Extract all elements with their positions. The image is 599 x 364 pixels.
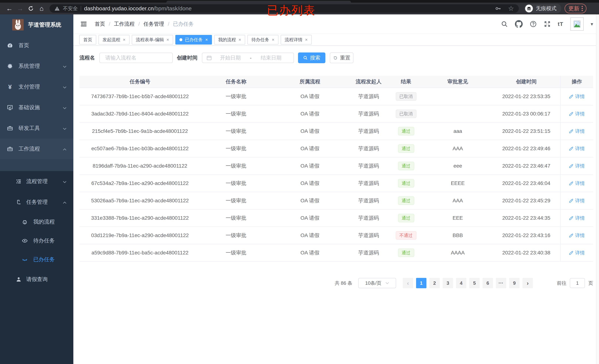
- page-size-select[interactable]: 10条/页: [358, 278, 396, 288]
- sidebar-item-infra[interactable]: 基础设施: [0, 97, 73, 118]
- table-row: ec507ae6-7b9a-11ec-b03b-acde48001122 一级审…: [79, 140, 593, 157]
- reload-button[interactable]: [26, 4, 36, 13]
- page-button-6[interactable]: 6: [483, 278, 493, 288]
- sidebar-item-task-mgmt[interactable]: 任务管理: [0, 192, 73, 213]
- detail-button[interactable]: 详情: [569, 197, 585, 204]
- sidebar-fold-icon[interactable]: [79, 20, 88, 28]
- eye-closed-icon: [22, 257, 28, 263]
- chevron-down-icon: [63, 125, 67, 131]
- cell-process: OA 请假: [272, 88, 348, 105]
- table-row: 3adac3d2-7b9d-11ec-8404-acde48001122 一级审…: [79, 105, 593, 123]
- app-logo[interactable]: 芋道管理系统: [0, 14, 73, 35]
- page-button-5[interactable]: 5: [469, 278, 480, 288]
- update-button[interactable]: 更新: [565, 4, 586, 13]
- page-button-9[interactable]: 9: [509, 278, 520, 288]
- cell-comment: aaa: [423, 123, 492, 140]
- close-icon[interactable]: ×: [305, 37, 308, 42]
- tab-my-process[interactable]: 我的流程×: [214, 35, 245, 44]
- sidebar-item-process-mgmt[interactable]: 流程管理: [0, 171, 73, 192]
- close-icon[interactable]: ×: [123, 37, 125, 42]
- detail-label: 详情: [575, 180, 585, 186]
- tab-process-detail[interactable]: 流程详情×: [281, 35, 312, 44]
- process-name-input[interactable]: [99, 53, 173, 63]
- sidebar-item-devtools[interactable]: 研发工具: [0, 118, 73, 139]
- sidebar-item-leave-query[interactable]: 请假查询: [0, 269, 73, 290]
- search-icon[interactable]: [501, 20, 508, 27]
- sidebar-item-payment[interactable]: ¥ 支付管理: [0, 77, 73, 97]
- font-size-icon[interactable]: tT: [558, 21, 563, 27]
- cell-starter: 芋道源码: [348, 192, 389, 209]
- tab-done-tasks[interactable]: 已办任务×: [175, 35, 212, 44]
- sidebar-item-todo-tasks[interactable]: 待办任务: [0, 231, 73, 250]
- sidebar-item-home[interactable]: 首页: [0, 35, 73, 56]
- detail-button[interactable]: 详情: [569, 128, 585, 134]
- sidebar-item-my-process[interactable]: 我的流程: [0, 213, 73, 231]
- breadcrumb-home[interactable]: 首页: [95, 20, 105, 27]
- date-range-picker[interactable]: 开始日期 - 结束日期: [202, 53, 294, 63]
- detail-button[interactable]: 详情: [569, 111, 585, 117]
- status-badge: 通过: [398, 144, 414, 153]
- status-badge: 通过: [398, 196, 414, 205]
- browser-menu-icon[interactable]: [582, 6, 583, 11]
- detail-button[interactable]: 详情: [569, 232, 585, 239]
- detail-button[interactable]: 详情: [569, 163, 585, 169]
- page-button-3[interactable]: 3: [443, 278, 453, 288]
- start-date-placeholder[interactable]: 开始日期: [212, 54, 249, 61]
- sidebar-item-system[interactable]: 系统管理: [0, 56, 73, 77]
- browser-active-tab[interactable]: [166, 1, 351, 3]
- help-icon[interactable]: [530, 20, 537, 27]
- close-icon[interactable]: ×: [238, 37, 241, 42]
- refresh-icon: [333, 55, 338, 60]
- tab-start-process[interactable]: 发起流程×: [98, 35, 130, 44]
- detail-button[interactable]: 详情: [569, 180, 585, 186]
- avatar-caret-icon[interactable]: ▾: [591, 21, 593, 27]
- page-button-1[interactable]: 1: [416, 278, 426, 288]
- fullscreen-icon[interactable]: [544, 20, 551, 27]
- tab-home[interactable]: 首页: [79, 35, 96, 44]
- close-icon[interactable]: ×: [167, 37, 169, 42]
- tab-form-edit[interactable]: 流程表单-编辑×: [132, 35, 173, 44]
- prev-page-button[interactable]: ‹: [403, 278, 413, 288]
- more-pages-button[interactable]: •••: [496, 278, 506, 288]
- reset-button[interactable]: 重置: [330, 53, 353, 63]
- col-create-time: 创建时间: [492, 76, 560, 88]
- tab-todo-tasks[interactable]: 待办任务×: [247, 35, 278, 44]
- detail-button[interactable]: 详情: [569, 145, 585, 152]
- next-page-button[interactable]: ›: [522, 278, 533, 288]
- sidebar-item-label: 首页: [18, 42, 29, 49]
- security-label[interactable]: 不安全: [63, 5, 78, 12]
- sidebar-item-label: 任务管理: [26, 198, 48, 206]
- detail-button[interactable]: 详情: [569, 215, 585, 221]
- cell-create-time: 2022-01-22 23:53:35: [492, 88, 560, 105]
- cell-process: OA 请假: [272, 227, 348, 244]
- goto-page-input[interactable]: [570, 278, 585, 288]
- page-button-2[interactable]: 2: [429, 278, 440, 288]
- cell-task-name: 一级审批: [201, 123, 272, 140]
- sidebar-item-workflow[interactable]: 工作流程: [0, 139, 73, 159]
- cell-task-id: ec507ae6-7b9a-11ec-b03b-acde48001122: [79, 140, 201, 157]
- github-icon[interactable]: [515, 20, 523, 28]
- password-key-icon[interactable]: [495, 5, 502, 12]
- avatar[interactable]: [570, 17, 584, 31]
- back-button[interactable]: ←: [4, 4, 15, 13]
- sidebar-item-done-tasks[interactable]: 已办任务: [0, 250, 73, 269]
- table-row: 03d1219e-7b9a-11ec-a290-acde48001122 一级审…: [79, 227, 593, 244]
- bookmark-star-icon[interactable]: ☆: [508, 5, 514, 12]
- page-scrollbar[interactable]: [596, 14, 599, 364]
- main-area: 首页 / 工作流程 / 任务管理 / 已办任务: [73, 14, 599, 364]
- breadcrumb-workflow[interactable]: 工作流程: [114, 20, 135, 27]
- detail-button[interactable]: 详情: [569, 250, 585, 256]
- toolbox-icon: [7, 125, 13, 131]
- tree-list-icon: [16, 178, 22, 184]
- home-button[interactable]: ⌂: [36, 4, 47, 13]
- end-date-placeholder[interactable]: 结束日期: [253, 54, 290, 61]
- url-text[interactable]: dashboard.yudao.iocoder.cn/bpm/task/done: [84, 5, 192, 12]
- close-icon[interactable]: ×: [205, 37, 208, 42]
- page-button-4[interactable]: 4: [456, 278, 466, 288]
- forward-button[interactable]: →: [15, 4, 26, 13]
- close-icon[interactable]: ×: [272, 37, 274, 42]
- sidebar: 芋道管理系统 首页 系统管理 ¥: [0, 14, 73, 364]
- breadcrumb-task-mgmt[interactable]: 任务管理: [144, 20, 164, 27]
- detail-button[interactable]: 详情: [569, 93, 585, 100]
- search-button[interactable]: 搜索: [298, 53, 325, 63]
